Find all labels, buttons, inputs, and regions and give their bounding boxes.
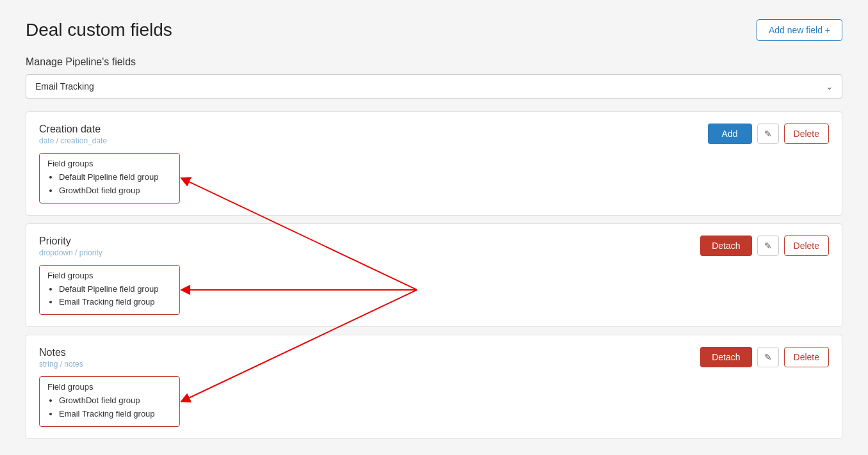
field-groups-title: Field groups xyxy=(47,382,172,392)
field-card-priority: Priority dropdown / priority Detach ✎ De… xyxy=(26,223,842,328)
list-item: Email Tracking field group xyxy=(59,408,172,421)
list-item: GrowthDot field group xyxy=(59,184,172,198)
field-actions: Add ✎ Delete xyxy=(708,124,829,144)
field-groups-list: Default Pipeline field group GrowthDot f… xyxy=(47,171,172,198)
pipeline-select[interactable]: Default Pipeline Email Tracking GrowthDo… xyxy=(26,74,842,99)
list-item: Default Pipeline field group xyxy=(59,283,172,296)
field-card-header: Creation date date / creation_date Add ✎… xyxy=(39,124,829,145)
list-item: GrowthDot field group xyxy=(59,394,172,408)
list-item: Default Pipeline field group xyxy=(59,171,172,184)
page-header: Deal custom fields Add new field + xyxy=(26,19,842,41)
delete-button[interactable]: Delete xyxy=(784,124,829,144)
field-groups-box: Field groups GrowthDot field group Email… xyxy=(39,376,180,427)
field-type: string / notes xyxy=(39,360,83,369)
fields-container: Creation date date / creation_date Add ✎… xyxy=(26,111,842,439)
field-groups-box: Field groups Default Pipeline field grou… xyxy=(39,153,180,204)
field-card-creation-date: Creation date date / creation_date Add ✎… xyxy=(26,111,842,216)
field-card-notes: Notes string / notes Detach ✎ Delete Fie… xyxy=(26,335,842,439)
field-type: dropdown / priority xyxy=(39,248,102,257)
field-info: Priority dropdown / priority xyxy=(39,235,102,257)
field-actions: Detach ✎ Delete xyxy=(700,235,829,256)
field-actions: Detach ✎ Delete xyxy=(700,347,829,367)
field-groups-list: Default Pipeline field group Email Track… xyxy=(47,283,172,310)
add-new-field-button[interactable]: Add new field + xyxy=(757,19,842,41)
field-name: Creation date xyxy=(39,124,107,135)
delete-button[interactable]: Delete xyxy=(784,235,829,256)
field-type: date / creation_date xyxy=(39,136,107,145)
section-title: Manage Pipeline's fields xyxy=(26,56,842,68)
field-groups-list: GrowthDot field group Email Tracking fie… xyxy=(47,394,172,421)
field-info: Notes string / notes xyxy=(39,347,83,369)
edit-button[interactable]: ✎ xyxy=(757,347,779,367)
field-name: Priority xyxy=(39,235,102,247)
edit-button[interactable]: ✎ xyxy=(757,124,779,144)
delete-button[interactable]: Delete xyxy=(784,347,829,367)
pipeline-select-wrapper: Default Pipeline Email Tracking GrowthDo… xyxy=(26,74,842,99)
field-name: Notes xyxy=(39,347,83,358)
field-groups-title: Field groups xyxy=(47,159,172,168)
edit-button[interactable]: ✎ xyxy=(757,235,779,256)
add-button[interactable]: Add xyxy=(708,124,752,144)
field-card-header: Priority dropdown / priority Detach ✎ De… xyxy=(39,235,829,257)
list-item: Email Tracking field group xyxy=(59,296,172,309)
field-groups-title: Field groups xyxy=(47,271,172,280)
page-container: Deal custom fields Add new field + Manag… xyxy=(0,0,868,455)
detach-button[interactable]: Detach xyxy=(700,235,751,256)
field-groups-box: Field groups Default Pipeline field grou… xyxy=(39,265,180,315)
field-card-header: Notes string / notes Detach ✎ Delete xyxy=(39,347,829,369)
detach-button[interactable]: Detach xyxy=(700,347,751,367)
field-info: Creation date date / creation_date xyxy=(39,124,107,145)
page-title: Deal custom fields xyxy=(26,20,172,40)
